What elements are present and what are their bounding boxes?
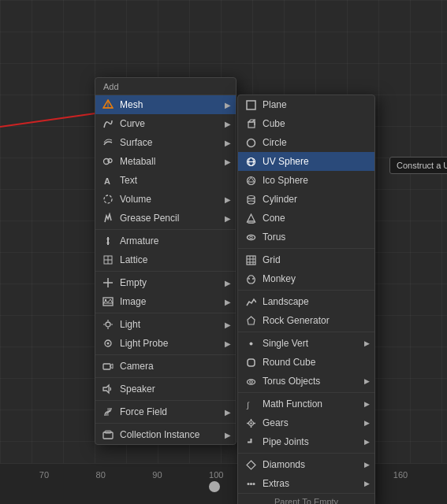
curve-icon xyxy=(102,117,114,130)
speaker-label: Speaker xyxy=(120,384,155,395)
submenu-pipejoints[interactable]: Pipe Joints ▶ xyxy=(238,432,374,451)
svg-rect-3 xyxy=(247,101,255,109)
extras-icon xyxy=(244,477,257,490)
tl-100: 100 xyxy=(209,470,223,480)
menu-divider-7 xyxy=(95,423,236,424)
menu-item-surface[interactable]: Surface ▶ xyxy=(95,133,236,152)
menu-item-image[interactable]: Image ▶ xyxy=(95,292,236,311)
diamonds-arrow: ▶ xyxy=(364,461,370,469)
submenu-cylinder[interactable]: Cylinder xyxy=(238,190,374,209)
empty-arrow: ▶ xyxy=(225,279,231,287)
menu-divider-2 xyxy=(95,271,236,272)
menu-item-armature[interactable]: Armature xyxy=(95,232,236,250)
menu-item-mesh[interactable]: Mesh ▶ Plane Cube xyxy=(95,95,236,114)
submenu-divider-1 xyxy=(238,248,374,249)
svg-point-59 xyxy=(106,322,110,327)
armature-icon xyxy=(102,235,114,247)
mesh-icon xyxy=(102,98,114,111)
svg-text:A: A xyxy=(104,176,110,186)
svg-marker-50 xyxy=(106,243,110,245)
torus-label: Torus xyxy=(263,232,285,243)
svg-rect-66 xyxy=(103,364,110,369)
submenu-monkey[interactable]: Monkey xyxy=(238,269,374,288)
gears-icon xyxy=(244,417,257,429)
tl-160: 160 xyxy=(393,470,408,480)
submenu-cone[interactable]: Cone xyxy=(238,209,374,228)
submenu-plane[interactable]: Plane xyxy=(238,95,374,114)
svg-point-58 xyxy=(105,299,106,301)
svg-marker-57 xyxy=(103,299,113,303)
forcefield-icon xyxy=(102,406,114,418)
image-arrow: ▶ xyxy=(225,298,231,306)
submenu-extras[interactable]: Extras ▶ xyxy=(238,474,374,493)
lightprobe-arrow: ▶ xyxy=(225,339,231,348)
camera-icon xyxy=(102,360,114,372)
submenu-uvsphere[interactable]: UV Sphere xyxy=(238,152,374,171)
menu-item-text[interactable]: A Text xyxy=(95,171,236,190)
submenu-circle[interactable]: Circle xyxy=(238,133,374,152)
empty-icon xyxy=(102,276,114,289)
submenu-diamonds[interactable]: Diamonds ▶ xyxy=(238,455,374,474)
light-label: Light xyxy=(120,319,140,330)
menu-divider-3 xyxy=(95,313,236,313)
menu-item-speaker[interactable]: Speaker xyxy=(95,380,236,398)
cone-icon xyxy=(244,212,257,224)
menu-item-light[interactable]: Light ▶ xyxy=(95,315,236,334)
submenu-cube[interactable]: Cube xyxy=(238,114,374,133)
torusobjects-icon xyxy=(244,375,257,387)
timeline-marker[interactable] xyxy=(209,481,220,492)
svg-point-7 xyxy=(247,139,255,146)
svg-marker-49 xyxy=(106,237,110,239)
submenu-grid[interactable]: Grid xyxy=(238,250,374,269)
svg-marker-68 xyxy=(103,385,109,393)
add-menu: Add Mesh ▶ Plane xyxy=(95,77,237,445)
menu-divider-5 xyxy=(95,377,236,378)
menu-item-grease[interactable]: Grease Pencil ▶ xyxy=(95,209,236,228)
plane-icon xyxy=(244,98,257,111)
submenu-icosphere[interactable]: Ico Sphere xyxy=(238,171,374,190)
speaker-icon xyxy=(102,383,114,395)
cylinder-icon xyxy=(244,193,257,206)
submenu-gears[interactable]: Gears ▶ xyxy=(238,413,374,432)
submenu-divider-4 xyxy=(238,392,374,393)
svg-point-43 xyxy=(252,483,255,485)
uvsphere-tooltip: Construct a UV sphere mesh. xyxy=(389,157,447,174)
menu-item-lightprobe[interactable]: Light Probe ▶ xyxy=(95,334,236,353)
menu-item-curve[interactable]: Curve ▶ xyxy=(95,114,236,133)
menu-item-collection[interactable]: Collection Instance ▶ xyxy=(95,425,236,444)
tl-70: 70 xyxy=(39,470,49,480)
grease-arrow: ▶ xyxy=(225,214,231,223)
monkey-label: Monkey xyxy=(263,273,296,284)
submenu-rock[interactable]: Rock Generator xyxy=(238,311,374,330)
menu-item-forcefield[interactable]: Force Field ▶ xyxy=(95,402,236,421)
surface-icon xyxy=(102,136,114,149)
submenu-roundcube[interactable]: Round Cube xyxy=(238,353,374,372)
menu-item-camera[interactable]: Camera xyxy=(95,357,236,376)
cube-icon xyxy=(244,117,257,130)
menu-item-lattice[interactable]: Lattice xyxy=(95,250,236,269)
camera-label: Camera xyxy=(120,361,154,372)
submenu-torus[interactable]: Torus xyxy=(238,228,374,246)
svg-text:∫: ∫ xyxy=(246,401,250,410)
collection-arrow: ▶ xyxy=(225,431,231,439)
submenu-landscape[interactable]: Landscape xyxy=(238,292,374,311)
mathfunc-label: Math Function xyxy=(263,398,322,410)
menu-item-volume[interactable]: Volume ▶ xyxy=(95,190,236,209)
extras-label: Extras xyxy=(263,478,289,489)
surface-arrow: ▶ xyxy=(225,139,231,147)
submenu-footer[interactable]: Parent To Empty xyxy=(238,493,374,504)
submenu-divider-2 xyxy=(238,290,374,291)
singlevert-arrow: ▶ xyxy=(364,339,370,347)
lattice-label: Lattice xyxy=(120,254,147,265)
pipejoints-icon xyxy=(244,435,257,448)
submenu-torusobjects[interactable]: Torus Objects ▶ xyxy=(238,372,374,391)
menu-item-metaball[interactable]: Metaball ▶ xyxy=(95,152,236,171)
menu-item-empty[interactable]: Empty ▶ xyxy=(95,273,236,292)
image-icon xyxy=(102,295,114,308)
mesh-label: Mesh xyxy=(120,99,143,110)
monkey-icon xyxy=(244,272,257,285)
svg-rect-4 xyxy=(248,122,255,128)
submenu-mathfunc[interactable]: ∫ Math Function ▶ xyxy=(238,395,374,413)
volume-label: Volume xyxy=(120,194,151,205)
submenu-singlevert[interactable]: Single Vert ▶ xyxy=(238,334,374,353)
